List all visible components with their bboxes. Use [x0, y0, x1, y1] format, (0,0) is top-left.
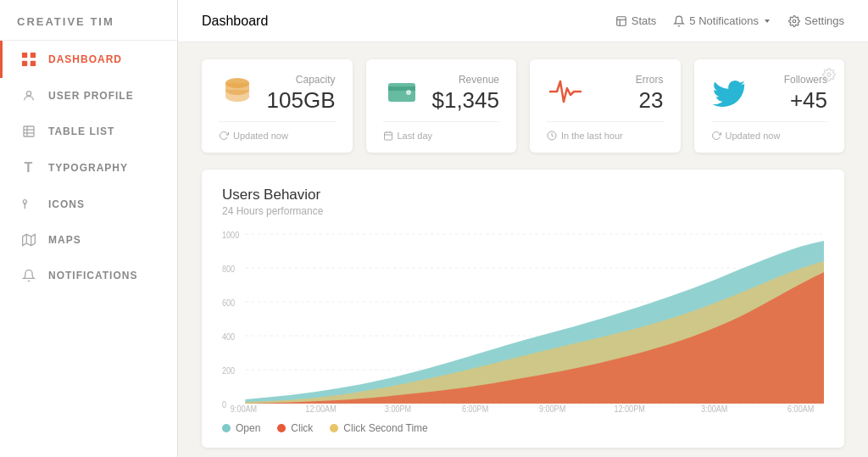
svg-text:3:00PM: 3:00PM	[385, 404, 411, 412]
legend-click: Click	[277, 422, 313, 434]
errors-info: Errors 23	[636, 74, 664, 114]
refresh-icon	[219, 131, 229, 141]
gear-icon	[788, 15, 800, 27]
sidebar-item-user-profile-label: User Profile	[48, 90, 134, 102]
revenue-info: Revenue $1,345	[431, 74, 499, 114]
followers-footer: Updated now	[711, 121, 828, 141]
svg-text:400: 400	[222, 332, 235, 343]
svg-rect-15	[616, 16, 626, 25]
svg-rect-5	[24, 126, 34, 137]
legend-click-second: Click Second Time	[330, 422, 427, 434]
legend-click-label: Click	[291, 422, 313, 434]
capacity-footer: Updated now	[219, 121, 336, 141]
svg-point-29	[827, 73, 831, 76]
svg-text:9:00PM: 9:00PM	[539, 404, 565, 412]
bell-icon	[19, 269, 38, 282]
wallet-icon	[383, 73, 420, 114]
capacity-label: Capacity	[267, 74, 336, 86]
content-area: Capacity 105GB Updated now	[178, 42, 868, 457]
svg-text:600: 600	[222, 298, 235, 309]
svg-point-11	[23, 200, 26, 203]
sidebar-item-maps[interactable]: Maps	[0, 222, 177, 258]
chart-svg: 0 200 400 600 800 1000	[222, 226, 824, 412]
sidebar-item-icons-label: Icons	[48, 198, 85, 210]
sidebar-item-icons[interactable]: Icons	[0, 187, 177, 222]
sidebar: CREATIVE TIM Dashboard User Profile Tabl…	[0, 0, 178, 457]
typography-icon: T	[19, 160, 38, 176]
followers-value: +45	[784, 87, 827, 114]
sidebar-item-typography[interactable]: T Typography	[0, 149, 177, 187]
chart-legend: Open Click Click Second Time	[222, 422, 824, 434]
sidebar-item-dashboard[interactable]: Dashboard	[0, 41, 177, 78]
legend-open: Open	[222, 422, 260, 434]
errors-footer: In the last hour	[547, 121, 664, 141]
svg-point-19	[793, 20, 796, 23]
legend-open-dot	[222, 424, 231, 432]
settings-label: Settings	[804, 14, 844, 27]
notifications-button[interactable]: 5 Notifications	[673, 14, 771, 27]
svg-text:6:00PM: 6:00PM	[462, 404, 488, 412]
stats-icon	[615, 15, 627, 27]
sidebar-logo: CREATIVE TIM	[0, 0, 177, 41]
chart-card: Users Behavior 24 Hours performance 0 20…	[202, 170, 844, 448]
stat-card-followers: Followers +45 Updated now	[694, 59, 845, 153]
svg-rect-0	[22, 53, 27, 58]
stat-card-errors: Errors 23 In the last hour	[530, 59, 681, 153]
svg-rect-24	[384, 132, 392, 140]
settings-button[interactable]: Settings	[788, 14, 844, 27]
svg-point-23	[406, 90, 411, 95]
capacity-value: 105GB	[267, 87, 336, 114]
sidebar-item-notifications-label: Notifications	[48, 270, 137, 281]
refresh-icon2	[711, 131, 721, 141]
svg-text:9:00AM: 9:00AM	[231, 404, 257, 412]
stat-card-revenue: Revenue $1,345 Last day	[366, 59, 517, 153]
sidebar-item-dashboard-label: Dashboard	[48, 53, 122, 65]
svg-text:3:00AM: 3:00AM	[701, 404, 727, 412]
topbar-actions: Stats 5 Notifications Settings	[615, 14, 844, 27]
sidebar-item-typography-label: Typography	[48, 162, 128, 174]
stats-cards: Capacity 105GB Updated now	[202, 59, 844, 153]
svg-text:12:00PM: 12:00PM	[614, 404, 644, 412]
svg-text:200: 200	[222, 366, 235, 376]
stats-button[interactable]: Stats	[615, 14, 657, 27]
svg-text:800: 800	[222, 265, 235, 275]
revenue-label: Revenue	[431, 74, 499, 86]
clock-icon	[547, 131, 557, 141]
svg-marker-12	[23, 234, 36, 245]
user-icon	[19, 89, 38, 103]
svg-rect-2	[22, 61, 27, 66]
main-content: Dashboard Stats 5 Notifications Settings	[178, 0, 868, 457]
svg-text:12:00AM: 12:00AM	[305, 404, 336, 412]
page-title: Dashboard	[202, 14, 268, 29]
errors-value: 23	[636, 87, 664, 114]
capacity-info: Capacity 105GB	[267, 74, 336, 114]
followers-label: Followers	[784, 74, 827, 86]
legend-click-second-dot	[330, 424, 338, 432]
notification-bell-icon	[673, 15, 685, 27]
svg-rect-22	[388, 86, 415, 91]
sidebar-item-notifications[interactable]: Notifications	[0, 258, 177, 293]
sidebar-item-maps-label: Maps	[48, 234, 81, 246]
errors-label: Errors	[636, 74, 664, 86]
chart-title: Users Behavior	[222, 187, 824, 203]
sidebar-item-user-profile[interactable]: User Profile	[0, 78, 177, 114]
database-icon	[219, 73, 256, 114]
icons-icon	[19, 198, 38, 211]
pulse-icon	[547, 73, 584, 114]
topbar: Dashboard Stats 5 Notifications Settings	[178, 0, 868, 42]
maps-icon	[19, 233, 38, 247]
svg-rect-21	[388, 83, 415, 102]
sidebar-item-table-list[interactable]: Table List	[0, 114, 177, 149]
followers-info: Followers +45	[784, 74, 827, 114]
stats-label: Stats	[632, 14, 657, 27]
calendar-icon	[383, 131, 393, 141]
dashboard-icon	[19, 52, 38, 67]
revenue-footer: Last day	[383, 121, 500, 141]
gear-overlay-icon	[822, 68, 836, 86]
svg-text:6:00AM: 6:00AM	[787, 404, 814, 412]
svg-text:1000: 1000	[222, 231, 239, 241]
notifications-label: 5 Notifications	[689, 14, 759, 27]
svg-point-4	[26, 92, 31, 96]
chart-area: 0 200 400 600 800 1000	[222, 226, 824, 412]
legend-open-label: Open	[236, 422, 260, 434]
